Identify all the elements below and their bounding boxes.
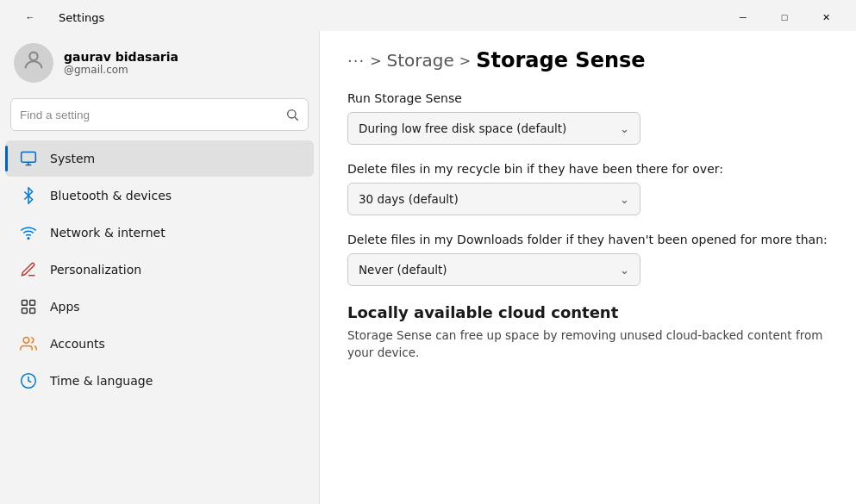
run-storage-sense-dropdown[interactable]: During low free disk space (default) ⌄ [347,112,640,145]
recycle-bin-chevron: ⌄ [620,193,629,206]
bluetooth-icon [19,186,38,205]
sidebar-item-system[interactable]: System [5,140,314,177]
breadcrumb-sep-1: > [370,53,381,69]
svg-point-0 [29,53,37,60]
sidebar: gaurav bidasaria @gmail.com [0,31,319,504]
breadcrumb-ellipsis: ··· [347,52,365,70]
user-info: gaurav bidasaria @gmail.com [64,50,178,76]
search-box[interactable] [10,98,309,131]
recycle-bin-label: Delete files in my recycle bin if they h… [347,162,828,176]
app-body: gaurav bidasaria @gmail.com [0,31,856,504]
sidebar-item-personalization-label: Personalization [50,263,141,277]
apps-icon [19,297,38,316]
cloud-section-heading: Locally available cloud content [347,303,828,321]
run-storage-sense-label: Run Storage Sense [347,91,828,105]
close-button[interactable]: ✕ [806,4,846,30]
personalization-icon [19,260,38,279]
svg-rect-9 [22,308,28,314]
sidebar-item-system-label: System [50,152,95,165]
maximize-icon: □ [782,12,788,22]
system-icon [19,149,38,168]
content-inner: ··· > Storage > Storage Sense Run Storag… [320,31,856,393]
user-name: gaurav bidasaria [64,50,178,64]
breadcrumb: ··· > Storage > Storage Sense [347,48,828,72]
svg-point-6 [28,238,29,240]
sidebar-item-accounts-label: Accounts [50,337,105,351]
network-icon [19,223,38,242]
downloads-section: Delete files in my Downloads folder if t… [347,233,828,286]
back-icon: ← [26,12,35,22]
recycle-bin-selected: 30 days (default) [359,192,459,206]
sidebar-item-personalization[interactable]: Personalization [5,252,314,288]
titlebar-left: ← Settings [10,4,104,30]
user-profile: gaurav bidasaria @gmail.com [0,31,319,95]
sidebar-item-network-label: Network & internet [50,226,166,240]
recycle-bin-section: Delete files in my recycle bin if they h… [347,162,828,215]
sidebar-item-bluetooth[interactable]: Bluetooth & devices [5,177,314,214]
svg-rect-8 [30,301,35,306]
app-title: Settings [59,11,104,24]
recycle-bin-dropdown[interactable]: 30 days (default) ⌄ [347,183,640,215]
accounts-icon [19,334,38,353]
breadcrumb-storage-link[interactable]: Storage [387,50,454,71]
titlebar-controls: ─ □ ✕ [723,4,846,30]
cloud-section-desc: Storage Sense can free up space by remov… [347,327,828,362]
breadcrumb-current: Storage Sense [476,48,645,72]
sidebar-item-apps[interactable]: Apps [5,289,314,325]
downloads-dropdown[interactable]: Never (default) ⌄ [347,253,640,286]
sidebar-item-time[interactable]: Time & language [5,363,314,399]
run-storage-sense-chevron: ⌄ [620,122,629,135]
avatar [14,43,53,83]
svg-rect-10 [30,308,35,314]
downloads-selected: Never (default) [359,263,447,277]
downloads-chevron: ⌄ [620,264,629,277]
sidebar-item-network[interactable]: Network & internet [5,215,314,251]
avatar-icon [22,48,46,78]
search-button[interactable] [285,108,299,121]
sidebar-item-time-label: Time & language [50,374,153,388]
maximize-button[interactable]: □ [765,4,804,30]
time-icon [19,371,38,390]
sidebar-item-accounts[interactable]: Accounts [5,326,314,362]
svg-rect-3 [22,152,36,163]
run-storage-sense-selected: During low free disk space (default) [359,121,566,135]
svg-point-1 [288,110,296,118]
close-icon: ✕ [822,12,830,23]
minimize-icon: ─ [740,12,747,22]
svg-rect-7 [22,301,28,306]
minimize-button[interactable]: ─ [723,4,763,30]
svg-point-11 [23,338,29,344]
cloud-content-section: Locally available cloud content Storage … [347,303,828,362]
sidebar-item-apps-label: Apps [50,300,80,314]
run-storage-sense-section: Run Storage Sense During low free disk s… [347,91,828,145]
search-input[interactable] [20,109,285,121]
downloads-label: Delete files in my Downloads folder if t… [347,233,828,246]
user-email: @gmail.com [64,64,178,76]
content-area: ··· > Storage > Storage Sense Run Storag… [319,31,856,504]
nav-list: System Bluetooth & devices [0,140,319,504]
breadcrumb-sep-2: > [459,53,471,69]
sidebar-item-bluetooth-label: Bluetooth & devices [50,189,172,202]
svg-line-2 [295,117,298,121]
titlebar: ← Settings ─ □ ✕ [0,0,856,31]
back-button[interactable]: ← [10,4,50,30]
